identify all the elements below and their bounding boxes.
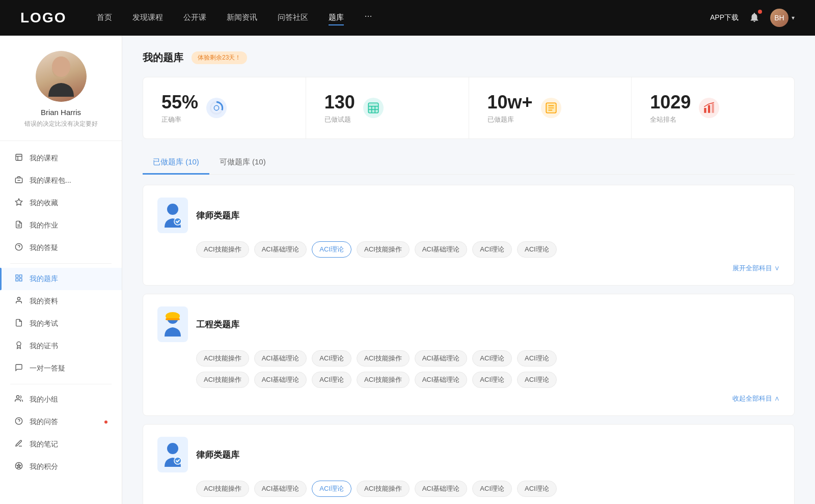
tag-e-1[interactable]: ACI基础理论 <box>254 350 307 367</box>
tag-l2-2[interactable]: ACI理论 <box>312 481 351 497</box>
points-icon <box>14 462 23 472</box>
main-content: 我的题库 体验剩余23天！ 55% 正确率 <box>122 36 815 504</box>
bank-title-2: 工程类题库 <box>196 319 239 330</box>
tag-e-4[interactable]: ACI基础理论 <box>415 350 468 367</box>
tag-e-12[interactable]: ACI理论 <box>472 372 512 388</box>
tag-e-2[interactable]: ACI理论 <box>312 350 351 367</box>
tab-done[interactable]: 已做题库 (10) <box>143 151 209 175</box>
tag-e-10[interactable]: ACI技能操作 <box>357 372 410 388</box>
menu-label-my-homework: 我的作业 <box>30 221 58 230</box>
tag-l1-6[interactable]: ACI理论 <box>517 241 557 258</box>
tag-e-8[interactable]: ACI基础理论 <box>254 372 307 388</box>
menu-item-my-profile[interactable]: 我的资料 <box>0 290 122 313</box>
menu-item-my-exam[interactable]: 我的考试 <box>0 313 122 335</box>
nav-home[interactable]: 首页 <box>97 11 112 25</box>
nav-news[interactable]: 新闻资讯 <box>227 11 257 25</box>
nav-discover[interactable]: 发现课程 <box>132 11 163 25</box>
tag-l1-1[interactable]: ACI基础理论 <box>254 241 307 258</box>
stat-accuracy-content: 55% 正确率 <box>161 92 198 124</box>
stat-accuracy-value: 55% <box>161 92 198 113</box>
tag-e-9[interactable]: ACI理论 <box>312 372 351 388</box>
lawyer-icon-1 <box>157 198 188 233</box>
notification-bell[interactable] <box>749 12 760 24</box>
homework-icon <box>14 220 23 231</box>
tag-e-3[interactable]: ACI技能操作 <box>357 350 410 367</box>
app-download-button[interactable]: APP下载 <box>710 13 739 22</box>
menu-item-my-notes[interactable]: 我的笔记 <box>0 433 122 456</box>
stat-banks-content: 10w+ 已做题库 <box>487 92 533 124</box>
tag-l1-2[interactable]: ACI理论 <box>312 241 351 258</box>
accuracy-pie-icon <box>206 98 227 118</box>
tag-e-11[interactable]: ACI基础理论 <box>415 372 468 388</box>
tags-engineer-row2: ACI技能操作 ACI基础理论 ACI理论 ACI技能操作 ACI基础理论 AC… <box>196 372 780 388</box>
menu-item-my-questions[interactable]: 我的问答 <box>0 411 122 433</box>
stat-banks-label: 已做题库 <box>487 115 533 124</box>
engineer-icon <box>157 306 188 342</box>
svg-rect-25 <box>368 103 378 113</box>
menu-item-my-course[interactable]: 我的课程 <box>0 147 122 170</box>
nav-question-bank[interactable]: 题库 <box>329 11 344 25</box>
tag-e-5[interactable]: ACI理论 <box>472 350 512 367</box>
tag-l2-5[interactable]: ACI理论 <box>472 481 512 497</box>
tag-e-13[interactable]: ACI理论 <box>517 372 557 388</box>
notes-icon <box>14 439 23 450</box>
logo[interactable]: LOGO <box>20 10 66 26</box>
stat-accuracy-label: 正确率 <box>161 115 198 124</box>
user-profile: Brian Harris 错误的决定比没有决定要好 <box>0 51 122 141</box>
menu-label-my-package: 我的课程包... <box>30 176 71 185</box>
tag-l2-3[interactable]: ACI技能操作 <box>357 481 410 497</box>
svg-point-18 <box>16 396 19 398</box>
chat-icon <box>14 363 23 374</box>
menu-label-my-course: 我的课程 <box>30 154 58 163</box>
svg-point-17 <box>17 342 21 346</box>
tag-e-6[interactable]: ACI理论 <box>517 350 557 367</box>
menu-item-my-bank[interactable]: 我的题库 <box>0 268 122 290</box>
nav-qa[interactable]: 问答社区 <box>278 11 308 25</box>
menu-label-my-qa: 我的答疑 <box>30 243 58 253</box>
svg-rect-15 <box>16 278 18 281</box>
menu-item-my-homework[interactable]: 我的作业 <box>0 214 122 237</box>
exam-icon <box>14 319 23 329</box>
tag-l2-1[interactable]: ACI基础理论 <box>254 481 307 497</box>
tag-e-0[interactable]: ACI技能操作 <box>196 350 249 367</box>
svg-rect-13 <box>19 275 22 277</box>
header-right: APP下载 BH ▾ <box>710 9 795 27</box>
chevron-down-icon: ▾ <box>792 14 795 21</box>
nav-open-course[interactable]: 公开课 <box>183 11 206 25</box>
menu-divider-1 <box>10 263 112 264</box>
menu-item-my-qa[interactable]: 我的答疑 <box>0 237 122 259</box>
lawyer-icon-2 <box>157 437 188 472</box>
tags-lawyer-1: ACI技能操作 ACI基础理论 ACI理论 ACI技能操作 ACI基础理论 AC… <box>196 241 780 258</box>
menu-label-my-exam: 我的考试 <box>30 319 58 328</box>
tag-l1-4[interactable]: ACI基础理论 <box>415 241 468 258</box>
menu-item-my-cert[interactable]: 我的证书 <box>0 335 122 357</box>
menu-item-my-package[interactable]: 我的课程包... <box>0 170 122 192</box>
tag-l2-0[interactable]: ACI技能操作 <box>196 481 249 497</box>
tag-l1-5[interactable]: ACI理论 <box>472 241 512 258</box>
tag-l1-0[interactable]: ACI技能操作 <box>196 241 249 258</box>
nav-more[interactable]: ··· <box>364 11 372 25</box>
stats-row: 55% 正确率 130 已做试题 <box>143 77 795 139</box>
svg-point-1 <box>52 57 70 77</box>
user-avatar-menu[interactable]: BH ▾ <box>770 9 795 27</box>
tag-l2-4[interactable]: ACI基础理论 <box>415 481 468 497</box>
package-icon <box>14 176 23 186</box>
table-doc-icon <box>363 98 384 118</box>
tab-available[interactable]: 可做题库 (10) <box>209 151 276 175</box>
tag-e-7[interactable]: ACI技能操作 <box>196 372 249 388</box>
stat-done-value: 130 <box>324 92 355 113</box>
bar-chart-icon <box>699 98 719 118</box>
menu-item-my-points[interactable]: 我的积分 <box>0 456 122 478</box>
stat-rank-value: 1029 <box>650 92 691 113</box>
menu-label-one-on-one: 一对一答疑 <box>30 364 65 373</box>
menu-label-my-group: 我的小组 <box>30 395 58 404</box>
expand-link-1[interactable]: 展开全部科目 ∨ <box>157 264 780 273</box>
tag-l2-6[interactable]: ACI理论 <box>517 481 557 497</box>
menu-item-my-favorites[interactable]: 我的收藏 <box>0 192 122 214</box>
menu-item-my-group[interactable]: 我的小组 <box>0 388 122 411</box>
tag-l1-3[interactable]: ACI技能操作 <box>357 241 410 258</box>
menu-item-one-on-one[interactable]: 一对一答疑 <box>0 357 122 380</box>
bank-card-lawyer-2: 律师类题库 ACI技能操作 ACI基础理论 ACI理论 ACI技能操作 ACI基… <box>143 424 795 504</box>
collapse-link[interactable]: 收起全部科目 ∧ <box>157 394 780 403</box>
bank-card-header-2: 工程类题库 <box>157 306 780 342</box>
